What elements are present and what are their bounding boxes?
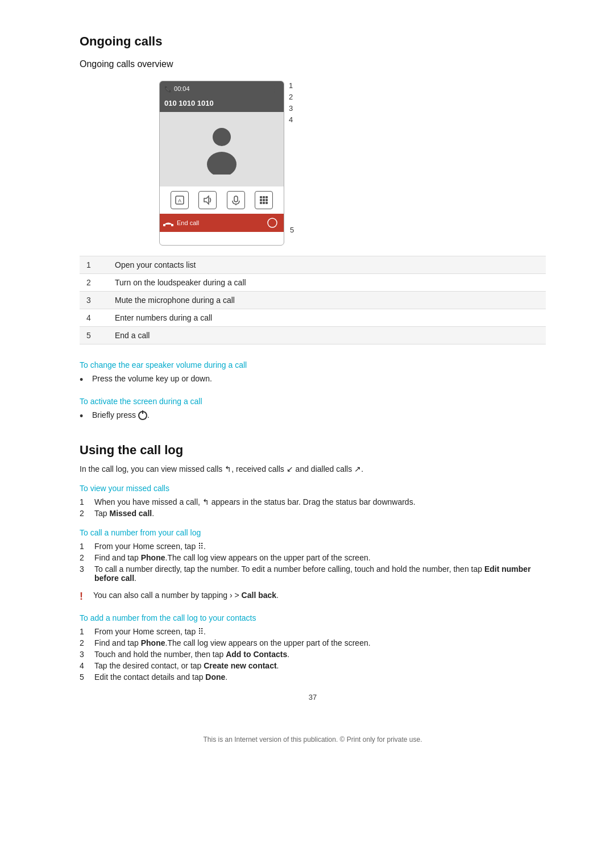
svg-rect-15 (265, 202, 268, 204)
svg-rect-10 (260, 199, 262, 201)
phone-status-bar: 📞 00:04 ⋮ (160, 81, 284, 97)
tip2-text: Briefly press . (92, 410, 150, 420)
row-description: Open your contacts list (108, 256, 546, 274)
side-num-2: 2 (289, 92, 293, 102)
svg-rect-12 (265, 199, 268, 201)
row-number: 3 (80, 292, 108, 309)
svg-text:A: A (178, 198, 181, 203)
dialled-calls-icon: ↗ (354, 464, 361, 474)
side-numbers: 1 2 3 4 (284, 81, 293, 159)
row-number: 4 (80, 309, 108, 327)
call-back-note: ! You can also call a number by tapping … (80, 591, 546, 603)
row-description: Enter numbers during a call (108, 309, 546, 327)
row-description: Turn on the loudspeaker during a call (108, 274, 546, 292)
svg-point-1 (207, 152, 237, 175)
call-features-table: 1Open your contacts list2Turn on the lou… (80, 256, 546, 344)
bullet-dot-2: • (80, 410, 90, 423)
list-item: 3 Touch and hold the number, then tap Ad… (80, 650, 546, 659)
list-item: 1 From your Home screen, tap ⠿. (80, 627, 546, 636)
tip2-bullet: • Briefly press . (80, 410, 546, 423)
svg-point-0 (213, 128, 231, 146)
list-item: 2 Find and tap Phone.The call log view a… (80, 638, 546, 647)
row-description: End a call (108, 327, 546, 344)
svg-rect-8 (263, 196, 265, 198)
side-num-4: 4 (289, 115, 293, 125)
row-number: 1 (80, 256, 108, 274)
side-num-5: 5 (290, 226, 294, 234)
list-item: 4 Tap the desired contact, or tap Create… (80, 661, 546, 670)
svg-marker-4 (204, 196, 209, 204)
table-row: 4Enter numbers during a call (80, 309, 546, 327)
table-row: 2Turn on the loudspeaker during a call (80, 274, 546, 292)
received-calls-icon: ↙ (287, 464, 293, 474)
row-number: 2 (80, 274, 108, 292)
svg-rect-5 (234, 196, 238, 202)
call-duration: 📞 00:04 (164, 85, 190, 93)
calllog-intro: In the call log, you can view missed cal… (80, 464, 546, 474)
ongoing-calls-subtitle: Ongoing calls overview (80, 59, 546, 69)
list-item: 2 Find and tap Phone.The call log view a… (80, 553, 546, 562)
call-controls-row: A (160, 186, 284, 214)
menu-icon: ⋮ (270, 84, 279, 94)
keypad-icon (255, 191, 273, 209)
contacts-icon: A (171, 191, 189, 209)
list-item: 2 Tap Missed call. (80, 509, 546, 518)
mute-icon (227, 191, 245, 209)
list-item: 1 When you have missed a call, ↰ appears… (80, 497, 546, 506)
page-title: Ongoing calls (80, 34, 546, 49)
section2-title: Using the call log (80, 443, 546, 458)
circle-icon (267, 217, 278, 229)
avatar-area (160, 112, 284, 186)
list-item: 3 To call a number directly, tap the num… (80, 564, 546, 583)
note-icon: ! (80, 591, 89, 603)
svg-rect-11 (263, 199, 265, 201)
table-row: 3Mute the microphone during a call (80, 292, 546, 309)
bullet-dot-1: • (80, 374, 90, 387)
page-footer: This is an Internet version of this publ… (80, 736, 546, 744)
avatar-silhouette (202, 123, 242, 175)
call-number-heading: To call a number from your call log (80, 528, 546, 537)
end-call-bar: End call (160, 214, 284, 232)
speaker-icon (198, 191, 217, 209)
phone-screen: 📞 00:04 ⋮ 010 1010 1010 A (159, 81, 284, 246)
svg-rect-9 (265, 196, 268, 198)
list-item: 1 From your Home screen, tap ⠿. (80, 542, 546, 551)
tip1-heading: To change the ear speaker volume during … (80, 360, 546, 369)
svg-rect-16 (163, 224, 165, 226)
missed-calls-list: 1 When you have missed a call, ↰ appears… (80, 497, 546, 518)
tip2-heading: To activate the screen during a call (80, 397, 546, 406)
table-row: 5End a call (80, 327, 546, 344)
svg-rect-14 (263, 202, 265, 204)
tip1-text: Press the volume key up or down. (92, 374, 212, 383)
add-number-list: 1 From your Home screen, tap ⠿. 2 Find a… (80, 627, 546, 682)
side-num-1: 1 (289, 81, 293, 91)
svg-rect-13 (260, 202, 262, 204)
svg-rect-7 (260, 196, 262, 198)
add-number-heading: To add a number from the call log to you… (80, 613, 546, 622)
missed-calls-icon: ↰ (225, 464, 231, 474)
phone-mockup-area: 📞 00:04 ⋮ 010 1010 1010 A (80, 81, 546, 246)
row-description: Mute the microphone during a call (108, 292, 546, 309)
side-num-3: 3 (289, 103, 293, 114)
page-number: 37 (80, 693, 546, 701)
phone-icon: 📞 (164, 85, 172, 92)
svg-point-18 (268, 218, 277, 227)
phone-number-display: 010 1010 1010 (160, 97, 284, 112)
svg-rect-17 (171, 224, 173, 226)
note-text: You can also call a number by tapping › … (93, 591, 279, 600)
list-item: 5 Edit the contact details and tap Done. (80, 672, 546, 682)
tip1-bullet: • Press the volume key up or down. (80, 374, 546, 387)
missed-calls-heading: To view your missed calls (80, 484, 546, 493)
table-row: 1Open your contacts list (80, 256, 546, 274)
row-number: 5 (80, 327, 108, 344)
end-call-label: End call (177, 219, 199, 226)
end-call-icon (163, 219, 173, 227)
call-number-list: 1 From your Home screen, tap ⠿. 2 Find a… (80, 542, 546, 583)
